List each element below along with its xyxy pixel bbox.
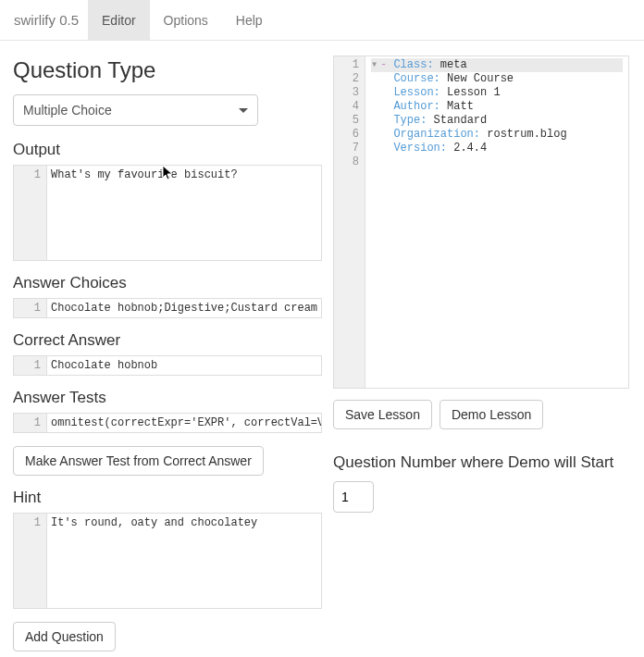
answer-tests-editor[interactable]: 1 omnitest(correctExpr='EXPR', correctVa… [13, 413, 322, 433]
yaml-content: ▾- Class: meta Course: New Course Lesson… [365, 56, 628, 388]
nav-tab-options[interactable]: Options [150, 0, 222, 41]
yaml-editor[interactable]: 12345678 ▾- Class: meta Course: New Cour… [333, 56, 629, 389]
gutter: 1 [14, 514, 47, 608]
right-panel: 12345678 ▾- Class: meta Course: New Cour… [333, 41, 638, 657]
correct-answer-label: Correct Answer [13, 331, 322, 350]
answer-tests-label: Answer Tests [13, 389, 322, 407]
gutter: 1 [14, 166, 47, 260]
question-number-input[interactable] [333, 481, 374, 513]
main-content: Question Type Multiple Choice Output 1 W… [0, 41, 644, 657]
answer-choices-label: Answer Choices [13, 274, 322, 292]
hint-editor[interactable]: 1 It's round, oaty and chocolatey [13, 513, 322, 609]
yaml-gutter: 12345678 [334, 56, 365, 388]
nav-tab-help[interactable]: Help [222, 0, 277, 41]
answer-choices-value: Chocolate hobnob;Digestive;Custard cream [47, 299, 321, 317]
question-number-label: Question Number where Demo will Start [333, 453, 629, 472]
question-type-heading: Question Type [13, 57, 322, 83]
gutter: 1 [14, 299, 47, 317]
answer-tests-value: omnitest(correctExpr='EXPR', correctVal=… [47, 414, 321, 432]
make-answer-test-button[interactable]: Make Answer Test from Correct Answer [13, 446, 264, 476]
gutter: 1 [14, 356, 47, 375]
navbar: swirlify 0.5 Editor Options Help [0, 0, 644, 41]
hint-label: Hint [13, 489, 322, 507]
answer-choices-editor[interactable]: 1 Chocolate hobnob;Digestive;Custard cre… [13, 298, 322, 318]
nav-tab-editor[interactable]: Editor [88, 0, 150, 41]
hint-value: It's round, oaty and chocolatey [47, 514, 321, 608]
output-editor[interactable]: 1 What's my favourite biscuit? [13, 165, 322, 261]
left-panel: Question Type Multiple Choice Output 1 W… [0, 41, 333, 657]
dropdown-value: Multiple Choice [23, 103, 112, 118]
add-question-button[interactable]: Add Question [13, 622, 116, 651]
chevron-down-icon [239, 108, 248, 113]
app-brand: swirlify 0.5 [14, 12, 79, 28]
correct-answer-editor[interactable]: 1 Chocolate hobnob [13, 355, 322, 376]
output-value: What's my favourite biscuit? [47, 166, 321, 260]
save-lesson-button[interactable]: Save Lesson [333, 400, 432, 429]
question-type-dropdown[interactable]: Multiple Choice [13, 94, 258, 126]
correct-answer-value: Chocolate hobnob [47, 356, 321, 375]
demo-lesson-button[interactable]: Demo Lesson [440, 400, 543, 429]
gutter: 1 [14, 414, 47, 432]
output-label: Output [13, 141, 322, 159]
